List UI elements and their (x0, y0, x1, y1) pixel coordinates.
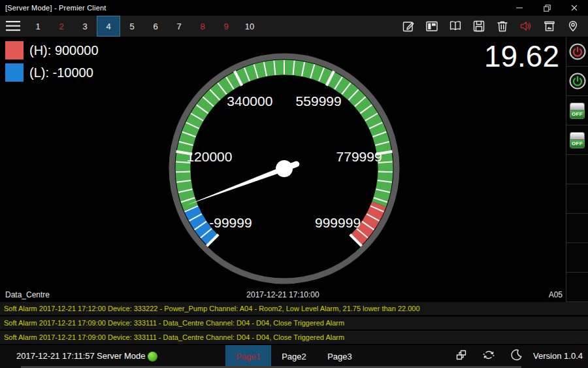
svg-text:340000: 340000 (227, 93, 272, 109)
svg-text:120000: 120000 (186, 149, 232, 164)
toggle-switch-1[interactable]: OFF (566, 96, 588, 125)
gauge-footer: Data_Centre 2017-12-21 17:10:00 A05 (0, 290, 566, 301)
empty-cell (566, 184, 588, 214)
status-toolbar (455, 345, 523, 366)
channel-label: A05 (549, 290, 563, 299)
page-tab-Page1[interactable]: Page1 (225, 345, 271, 368)
alarm-row[interactable]: Soft Alarm 2017-12-21 17:09:00 Device: 3… (0, 316, 588, 331)
empty-cell (566, 273, 588, 302)
titlebar: [Server Mode] - Premier Client (0, 0, 588, 16)
toggle-off-label: OFF (570, 140, 584, 148)
tab-4[interactable]: 4 (97, 16, 120, 37)
alarm-row[interactable]: Soft Alarm 2017-12-21 17:12:00 Device: 3… (0, 302, 588, 316)
server-mode-label: Server Mode (97, 345, 145, 366)
gauge-legend: (H): 900000 (L): -10000 (5, 41, 99, 82)
tab-bar: 12345678910 (0, 16, 588, 37)
menu-icon[interactable] (0, 16, 26, 37)
close-icon (571, 5, 578, 11)
gauge-dial: -99999120000340000559999779999999999 (167, 51, 402, 286)
control-sidebar: OFF OFF (566, 37, 588, 302)
version-label: Version 1.0.4 (533, 345, 583, 366)
legend-high-row: (H): 900000 (5, 41, 99, 59)
night-mode-moon-icon[interactable] (510, 348, 523, 363)
status-bar: 2017-12-21 17:11:57 Server Mode Page1Pag… (0, 345, 588, 368)
power-red-icon (568, 42, 587, 61)
connection-status-indicator (148, 352, 157, 361)
trash-icon[interactable] (495, 19, 510, 33)
toggle-knob (570, 103, 584, 110)
tab-2[interactable]: 2 (50, 16, 73, 37)
power-on-button[interactable] (566, 67, 588, 96)
tab-10[interactable]: 10 (238, 16, 261, 37)
speaker-icon[interactable] (519, 19, 533, 33)
legend-low-row: (L): -10000 (5, 63, 99, 82)
power-green-icon (568, 72, 587, 90)
window-title: [Server Mode] - Premier Client (0, 4, 506, 12)
edit-icon[interactable] (401, 19, 416, 33)
alarm-list: Soft Alarm 2017-12-21 17:12:00 Device: 3… (0, 302, 588, 345)
page-number-tabs: 12345678910 (26, 16, 261, 37)
page-tab-Page2[interactable]: Page2 (271, 345, 317, 368)
layout-icon[interactable] (425, 19, 439, 33)
close-button[interactable] (561, 0, 588, 16)
minimize-icon (516, 5, 523, 11)
empty-cell (566, 214, 588, 243)
restore-icon (544, 5, 551, 12)
page-tabs: Page1Page2Page3 (225, 345, 363, 368)
gauge-panel: (H): 900000 (L): -10000 19.62 -999991200… (0, 37, 566, 302)
tab-5[interactable]: 5 (120, 16, 144, 37)
tab-7[interactable]: 7 (167, 16, 191, 37)
restore-button[interactable] (533, 0, 561, 16)
main-area: (H): 900000 (L): -10000 19.62 -999991200… (0, 37, 588, 302)
switch-windows-icon[interactable] (455, 348, 468, 363)
empty-cell (566, 155, 588, 184)
toggle-off-icon: OFF (570, 132, 585, 148)
tab-3[interactable]: 3 (73, 16, 97, 37)
page-tab-Page3[interactable]: Page3 (317, 345, 363, 368)
toggle-off-label: OFF (570, 110, 584, 118)
legend-high-swatch (5, 41, 24, 59)
toggle-knob (570, 133, 584, 140)
tab-6[interactable]: 6 (144, 16, 167, 37)
reading-timestamp: 2017-12-21 17:10:00 (0, 290, 566, 299)
toolbar (401, 16, 588, 37)
toggle-off-icon: OFF (570, 103, 585, 119)
legend-low-label: (L): -10000 (29, 65, 93, 80)
svg-text:999999: 999999 (315, 215, 361, 230)
tab-1[interactable]: 1 (26, 16, 50, 37)
toggle-switch-2[interactable]: OFF (566, 125, 588, 155)
sync-icon[interactable] (482, 348, 495, 363)
svg-text:-99999: -99999 (209, 215, 252, 230)
legend-high-label: (H): 900000 (29, 43, 99, 58)
current-value-display: 19.62 (484, 39, 559, 74)
svg-text:779999: 779999 (336, 149, 382, 164)
window-controls (506, 0, 588, 16)
app-window: [Server Mode] - Premier Client 123456789… (0, 0, 588, 368)
tab-8[interactable]: 8 (191, 16, 214, 37)
save-icon[interactable] (472, 19, 486, 33)
minimize-button[interactable] (506, 0, 533, 16)
legend-low-swatch (5, 63, 24, 82)
tab-9[interactable]: 9 (214, 16, 238, 37)
alarm-row[interactable]: Soft Alarm 2017-12-21 17:09:00 Device: 3… (0, 331, 588, 345)
clock-timestamp: 2017-12-21 17:11:57 (16, 345, 95, 366)
location-pin-icon[interactable] (566, 19, 580, 33)
empty-cell (566, 243, 588, 273)
archive-image-icon[interactable] (542, 19, 557, 33)
power-off-button[interactable] (566, 37, 588, 67)
svg-text:559999: 559999 (296, 93, 342, 109)
book-icon[interactable] (448, 19, 463, 33)
